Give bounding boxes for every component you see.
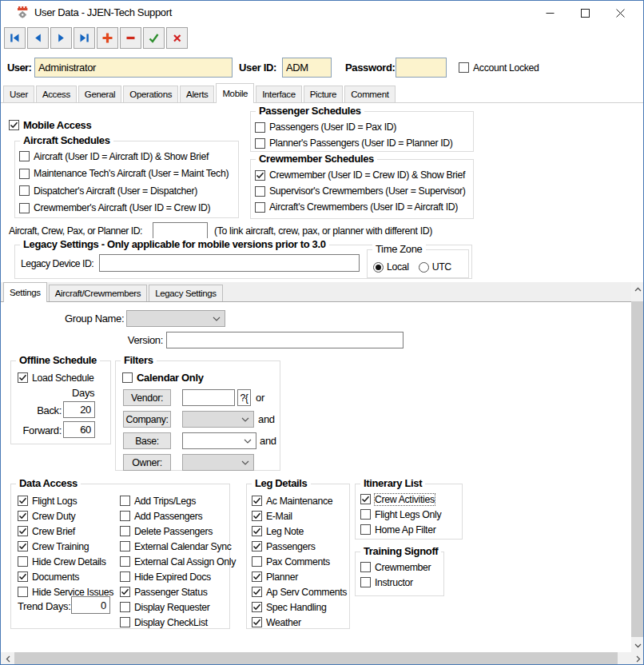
itinerary-checkbox[interactable]: Flight Legs Only xyxy=(360,507,441,522)
calendar-only-checkbox[interactable]: Calendar Only xyxy=(122,370,204,385)
data-access-checkbox[interactable]: Crew Duty xyxy=(18,508,113,524)
passenger-schedule-checkbox[interactable]: Planner's Passengers (User ID = Planner … xyxy=(255,135,471,151)
checkbox-box[interactable] xyxy=(19,203,30,213)
scroll-right-button[interactable] xyxy=(631,652,644,665)
data-access-checkbox[interactable]: Display CheckList xyxy=(120,615,236,630)
last-record-button[interactable] xyxy=(74,27,95,49)
tab-general[interactable]: General xyxy=(78,86,121,102)
vendor-lookup-button[interactable]: ?{ xyxy=(237,389,251,406)
checkbox-box[interactable] xyxy=(120,602,130,612)
owner-button[interactable]: Owner: xyxy=(123,454,171,471)
checkbox-box[interactable] xyxy=(120,526,130,536)
first-record-button[interactable] xyxy=(4,27,26,49)
checkbox-box[interactable] xyxy=(360,509,371,520)
data-access-checkbox[interactable]: Flight Logs xyxy=(18,493,113,508)
user-id-input[interactable] xyxy=(282,58,332,78)
horizontal-scroll-thumb[interactable] xyxy=(14,652,618,665)
checkbox-box[interactable] xyxy=(19,169,30,179)
checkbox-box[interactable] xyxy=(19,185,30,196)
tab-access[interactable]: Access xyxy=(36,86,77,102)
vendor-input[interactable] xyxy=(182,389,235,406)
checkbox-box[interactable] xyxy=(18,571,28,582)
version-input[interactable] xyxy=(166,332,403,348)
leg-details-checkbox[interactable]: Ap Serv Comments xyxy=(252,584,347,599)
checkbox-box[interactable] xyxy=(360,562,371,572)
itinerary-checkbox[interactable]: Crew Activities xyxy=(360,492,441,507)
checkbox-box[interactable] xyxy=(120,511,130,521)
time-zone-radio[interactable] xyxy=(419,262,429,273)
leg-details-checkbox[interactable]: Weather xyxy=(252,615,347,630)
checkbox-box[interactable] xyxy=(120,587,130,597)
mobile-access-checkbox[interactable]: Mobile Access xyxy=(9,117,91,132)
checkbox-box[interactable] xyxy=(252,587,262,597)
checkbox-box[interactable] xyxy=(18,511,28,521)
checkbox-box[interactable] xyxy=(252,496,262,506)
data-access-checkbox[interactable]: Passenger Status xyxy=(120,584,236,599)
aircraft-schedule-checkbox[interactable]: Crewmember's Aircraft (User ID = Crew ID… xyxy=(19,200,236,217)
vertical-scrollbar[interactable] xyxy=(631,282,644,652)
group-name-dropdown[interactable] xyxy=(126,310,225,327)
scroll-up-button[interactable] xyxy=(631,282,644,296)
tab-settings[interactable]: Settings xyxy=(3,282,47,302)
checkbox-box[interactable] xyxy=(252,617,262,627)
data-access-checkbox[interactable]: Add Trips/Legs xyxy=(120,493,236,508)
back-days-input[interactable] xyxy=(63,401,95,418)
checkbox-box[interactable] xyxy=(18,541,28,552)
training-signoff-checkbox[interactable]: Crewmember xyxy=(360,559,431,575)
checkbox-box[interactable] xyxy=(122,372,133,383)
tab-legacy-settings[interactable]: Legacy Settings xyxy=(149,285,223,301)
data-access-checkbox[interactable]: Hide Expired Docs xyxy=(120,569,236,584)
checkbox-box[interactable] xyxy=(255,170,265,181)
checkbox-box[interactable] xyxy=(252,541,262,552)
add-record-button[interactable] xyxy=(97,27,118,49)
checkbox-box[interactable] xyxy=(255,202,265,213)
data-access-checkbox[interactable]: Display Requester xyxy=(120,599,236,615)
delete-record-button[interactable] xyxy=(120,27,141,49)
checkbox-box[interactable] xyxy=(252,571,262,582)
maximize-button[interactable] xyxy=(567,1,602,25)
checkbox-box[interactable] xyxy=(18,587,28,597)
accept-record-button[interactable] xyxy=(143,27,165,49)
leg-details-checkbox[interactable]: Spec Handling xyxy=(252,599,347,615)
data-access-checkbox[interactable]: Documents xyxy=(18,569,113,584)
close-button[interactable] xyxy=(602,1,638,25)
user-input[interactable] xyxy=(34,58,233,78)
leg-details-checkbox[interactable]: E-Mail xyxy=(252,508,347,524)
checkbox-box[interactable] xyxy=(252,602,262,612)
tab-comment[interactable]: Comment xyxy=(344,86,395,102)
checkbox-box[interactable] xyxy=(255,138,265,149)
tab-interface[interactable]: Interface xyxy=(256,86,302,102)
next-record-button[interactable] xyxy=(50,27,72,49)
checkbox-box[interactable] xyxy=(9,120,19,130)
leg-details-checkbox[interactable]: Pax Comments xyxy=(252,554,347,569)
data-access-checkbox[interactable]: External Calendar Sync xyxy=(120,539,236,554)
load-schedule-checkbox[interactable]: Load Schedule xyxy=(18,370,94,385)
previous-record-button[interactable] xyxy=(27,27,49,49)
cancel-record-button[interactable] xyxy=(166,27,188,49)
checkbox-box[interactable] xyxy=(18,556,28,567)
checkbox-box[interactable] xyxy=(360,577,371,587)
checkbox-box[interactable] xyxy=(252,526,262,536)
legacy-device-id-input[interactable] xyxy=(99,254,360,272)
company-button[interactable]: Company: xyxy=(123,411,171,428)
company-dropdown[interactable] xyxy=(182,411,254,428)
checkbox-box[interactable] xyxy=(19,151,30,161)
minimize-button[interactable] xyxy=(532,1,567,25)
tab-user[interactable]: User xyxy=(3,86,34,102)
vendor-button[interactable]: Vendor: xyxy=(123,389,171,406)
data-access-checkbox[interactable]: Delete Passengers xyxy=(120,524,236,539)
horizontal-scrollbar[interactable] xyxy=(1,652,644,665)
crewmember-schedule-checkbox[interactable]: Supervisor's Crewmembers (User = Supervi… xyxy=(255,183,471,199)
data-access-checkbox[interactable]: Crew Training xyxy=(18,539,113,554)
itinerary-checkbox[interactable]: Home Ap Filter xyxy=(360,522,441,537)
checkbox-box[interactable] xyxy=(18,526,28,536)
passenger-schedule-checkbox[interactable]: Passengers (User ID = Pax ID) xyxy=(255,119,471,135)
base-button[interactable]: Base: xyxy=(123,432,171,449)
data-access-checkbox[interactable]: External Cal Assign Only xyxy=(120,554,236,569)
tab-mobile[interactable]: Mobile xyxy=(216,83,254,103)
tab-aircraft-crewmembers[interactable]: Aircraft/Crewmembers xyxy=(49,285,147,301)
checkbox-box[interactable] xyxy=(120,496,130,506)
checkbox-box[interactable] xyxy=(18,496,28,506)
account-locked-checkbox[interactable]: Account Locked xyxy=(459,58,539,78)
leg-details-checkbox[interactable]: Passengers xyxy=(252,539,347,554)
